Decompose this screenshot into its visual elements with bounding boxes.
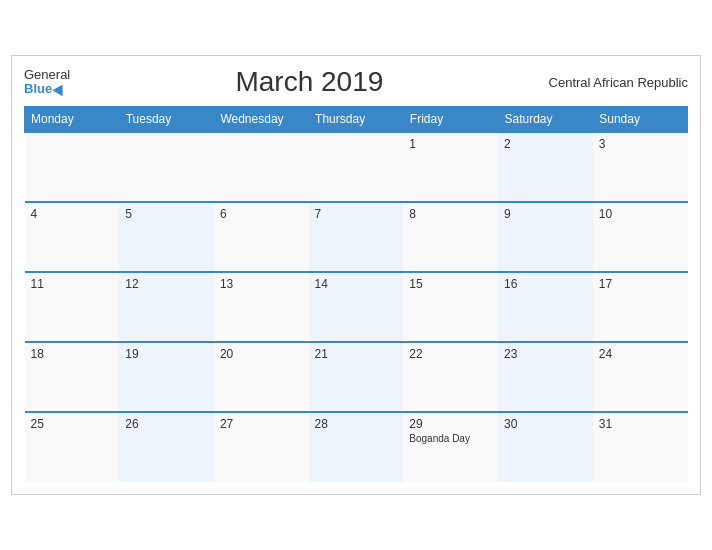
col-thursday: Thursday <box>309 107 404 133</box>
day-number: 5 <box>125 207 208 221</box>
day-number: 19 <box>125 347 208 361</box>
day-number: 4 <box>31 207 114 221</box>
day-number: 21 <box>315 347 398 361</box>
calendar-day-cell: 3 <box>593 132 688 202</box>
calendar-day-cell: 10 <box>593 202 688 272</box>
calendar-day-cell: 27 <box>214 412 309 482</box>
calendar-day-cell: 2 <box>498 132 593 202</box>
day-number: 22 <box>409 347 492 361</box>
calendar-day-cell: 19 <box>119 342 214 412</box>
day-number: 8 <box>409 207 492 221</box>
calendar-day-cell: 16 <box>498 272 593 342</box>
calendar-day-cell: 1 <box>403 132 498 202</box>
col-monday: Monday <box>25 107 120 133</box>
calendar-week-row: 11121314151617 <box>25 272 688 342</box>
calendar-day-cell: 26 <box>119 412 214 482</box>
calendar-day-cell: 7 <box>309 202 404 272</box>
calendar-body: 1234567891011121314151617181920212223242… <box>25 132 688 482</box>
calendar-day-cell <box>25 132 120 202</box>
logo-general-text: General <box>24 68 70 82</box>
day-number: 3 <box>599 137 682 151</box>
calendar-day-cell: 15 <box>403 272 498 342</box>
calendar-day-cell: 18 <box>25 342 120 412</box>
day-number: 31 <box>599 417 682 431</box>
day-number: 9 <box>504 207 587 221</box>
col-friday: Friday <box>403 107 498 133</box>
calendar-day-cell: 13 <box>214 272 309 342</box>
day-number: 7 <box>315 207 398 221</box>
calendar-day-cell: 22 <box>403 342 498 412</box>
calendar-day-cell: 6 <box>214 202 309 272</box>
day-number: 14 <box>315 277 398 291</box>
calendar-day-cell: 14 <box>309 272 404 342</box>
day-number: 26 <box>125 417 208 431</box>
calendar-day-cell: 11 <box>25 272 120 342</box>
day-number: 29 <box>409 417 492 431</box>
calendar-day-cell: 8 <box>403 202 498 272</box>
day-number: 13 <box>220 277 303 291</box>
day-number: 16 <box>504 277 587 291</box>
calendar-day-cell: 12 <box>119 272 214 342</box>
day-number: 27 <box>220 417 303 431</box>
calendar-day-cell: 21 <box>309 342 404 412</box>
day-number: 15 <box>409 277 492 291</box>
col-wednesday: Wednesday <box>214 107 309 133</box>
col-sunday: Sunday <box>593 107 688 133</box>
calendar-day-cell: 29Boganda Day <box>403 412 498 482</box>
day-number: 10 <box>599 207 682 221</box>
calendar-day-cell: 9 <box>498 202 593 272</box>
day-number: 20 <box>220 347 303 361</box>
calendar-day-cell: 17 <box>593 272 688 342</box>
calendar-day-cell: 5 <box>119 202 214 272</box>
calendar-day-cell: 20 <box>214 342 309 412</box>
day-number: 30 <box>504 417 587 431</box>
day-number: 25 <box>31 417 114 431</box>
day-number: 2 <box>504 137 587 151</box>
day-number: 24 <box>599 347 682 361</box>
day-number: 1 <box>409 137 492 151</box>
col-saturday: Saturday <box>498 107 593 133</box>
calendar-table: Monday Tuesday Wednesday Thursday Friday… <box>24 106 688 482</box>
calendar-day-cell: 28 <box>309 412 404 482</box>
logo: General Blue <box>24 68 70 97</box>
col-tuesday: Tuesday <box>119 107 214 133</box>
calendar-week-row: 18192021222324 <box>25 342 688 412</box>
calendar-container: General Blue March 2019 Central African … <box>11 55 701 495</box>
logo-blue-text: Blue <box>24 82 52 96</box>
calendar-header: General Blue March 2019 Central African … <box>24 66 688 98</box>
calendar-week-row: 123 <box>25 132 688 202</box>
day-number: 6 <box>220 207 303 221</box>
calendar-day-cell: 31 <box>593 412 688 482</box>
day-number: 11 <box>31 277 114 291</box>
calendar-week-row: 2526272829Boganda Day3031 <box>25 412 688 482</box>
calendar-title: March 2019 <box>235 66 383 98</box>
day-number: 18 <box>31 347 114 361</box>
calendar-day-cell: 25 <box>25 412 120 482</box>
event-label: Boganda Day <box>409 433 492 444</box>
calendar-region: Central African Republic <box>549 75 688 90</box>
calendar-day-cell <box>119 132 214 202</box>
day-number: 17 <box>599 277 682 291</box>
calendar-day-cell: 24 <box>593 342 688 412</box>
day-number: 23 <box>504 347 587 361</box>
calendar-day-cell: 23 <box>498 342 593 412</box>
calendar-day-cell: 4 <box>25 202 120 272</box>
logo-triangle-icon <box>52 82 67 97</box>
calendar-week-row: 45678910 <box>25 202 688 272</box>
calendar-day-cell <box>309 132 404 202</box>
calendar-weekdays-row: Monday Tuesday Wednesday Thursday Friday… <box>25 107 688 133</box>
day-number: 28 <box>315 417 398 431</box>
day-number: 12 <box>125 277 208 291</box>
calendar-day-cell: 30 <box>498 412 593 482</box>
calendar-day-cell <box>214 132 309 202</box>
